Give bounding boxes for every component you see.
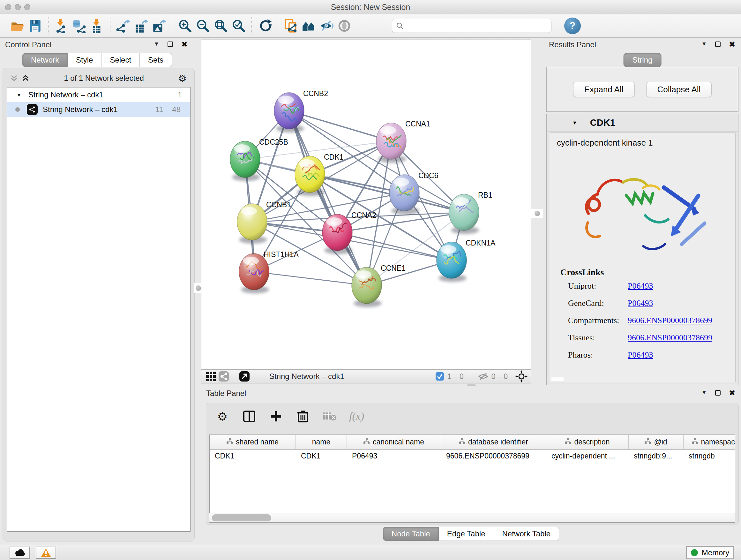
- warning-button[interactable]: [36, 547, 56, 559]
- column-header-database-identifier[interactable]: database identifier: [441, 435, 546, 449]
- delete-column-icon[interactable]: [295, 409, 310, 424]
- cloud-icon: [14, 549, 25, 557]
- control-panel-close-icon[interactable]: ✖: [181, 42, 188, 47]
- right-splitter-handle[interactable]: [531, 208, 543, 219]
- table-panel-menu-icon[interactable]: ▼: [701, 389, 707, 396]
- selected-checkbox-icon[interactable]: [435, 372, 444, 381]
- network-node-ccne1[interactable]: CCNE1: [352, 264, 406, 304]
- network-edge[interactable]: [254, 272, 367, 286]
- column-header-canonical-name[interactable]: canonical name: [347, 435, 441, 449]
- zoom-fit-button[interactable]: [212, 17, 230, 35]
- column-header-description[interactable]: description: [546, 435, 629, 449]
- first-neighbors-button[interactable]: [300, 17, 318, 35]
- zoom-selected-button[interactable]: [230, 17, 248, 35]
- search-input[interactable]: [406, 22, 547, 30]
- export-network-button[interactable]: [114, 17, 132, 35]
- export-image-button[interactable]: [150, 17, 168, 35]
- column-header-namespace[interactable]: namespace: [684, 435, 735, 449]
- network-node-cdkn1a[interactable]: CDKN1A: [436, 239, 495, 278]
- show-all-button[interactable]: [336, 17, 354, 35]
- table-row[interactable]: CDK1CDK1P064939606.ENSP00000378699cyclin…: [210, 449, 735, 462]
- table-horizontal-scrollbar[interactable]: [209, 513, 735, 522]
- table-cell[interactable]: stringdb: [684, 449, 735, 462]
- tab-network-table[interactable]: Network Table: [494, 527, 559, 541]
- node-entry-header[interactable]: ▼ CDK1: [547, 114, 738, 132]
- network-edges[interactable]: [245, 111, 464, 286]
- delete-table-icon-disabled: [322, 409, 337, 424]
- node-position-crosshair-icon[interactable]: [515, 370, 528, 382]
- zoom-out-button[interactable]: [194, 17, 212, 35]
- crosslink-link[interactable]: P06493: [628, 299, 653, 308]
- network-edge[interactable]: [289, 111, 367, 286]
- network-options-gear-icon[interactable]: ⚙: [178, 73, 187, 84]
- control-panel-tabs: NetworkStyleSelectSets: [22, 53, 172, 67]
- table-cell[interactable]: 9606.ENSP00000378699: [441, 449, 546, 462]
- save-session-button[interactable]: [26, 17, 44, 35]
- import-network-database-button[interactable]: [70, 17, 88, 35]
- open-in-new-window-icon[interactable]: [238, 371, 251, 382]
- table-panel-close-icon[interactable]: ✖: [729, 390, 735, 395]
- memory-button[interactable]: Memory: [686, 546, 734, 559]
- tab-edge-table[interactable]: Edge Table: [439, 527, 494, 541]
- control-panel-float-icon[interactable]: [167, 42, 173, 47]
- network-share-gray-icon[interactable]: [217, 371, 230, 382]
- tab-select[interactable]: Select: [102, 53, 140, 67]
- crosslink-link[interactable]: 9606.ENSP00000378699: [628, 316, 712, 325]
- tab-string[interactable]: String: [623, 53, 662, 67]
- entry-expander-icon[interactable]: ▼: [572, 120, 577, 126]
- import-network-file-button[interactable]: [52, 17, 70, 35]
- network-node-rb1[interactable]: RB1: [449, 191, 492, 231]
- collapse-all-button[interactable]: Collapse All: [646, 82, 712, 97]
- results-panel-float-icon[interactable]: [715, 42, 721, 47]
- network-collection-row[interactable]: ▼ String Network – cdk1 1: [7, 87, 190, 102]
- network-node-ccna2[interactable]: CCNA2: [322, 211, 376, 251]
- table-cell[interactable]: cyclin-dependent ...: [546, 449, 629, 462]
- table-cell[interactable]: P06493: [347, 449, 441, 462]
- column-header--id[interactable]: @id: [629, 435, 684, 449]
- birdseye-grid-icon[interactable]: [205, 371, 217, 382]
- table-cell[interactable]: CDK1: [210, 449, 296, 462]
- search-box[interactable]: [392, 19, 551, 33]
- tab-style[interactable]: Style: [68, 53, 102, 67]
- crosslink-link[interactable]: P06493: [628, 350, 653, 360]
- hide-selected-button[interactable]: [318, 17, 336, 35]
- collapse-all-chevrons-icon[interactable]: [10, 74, 18, 82]
- import-table-button[interactable]: [88, 17, 106, 35]
- show-columns-icon[interactable]: [242, 409, 257, 424]
- results-panel-menu-icon[interactable]: ▼: [701, 41, 707, 47]
- control-panel-menu-icon[interactable]: ▼: [154, 41, 159, 47]
- network-node-hist1h1a[interactable]: HIST1H1A: [239, 250, 299, 290]
- network-node-cdc6[interactable]: CDC6: [389, 172, 439, 211]
- tab-sets[interactable]: Sets: [140, 53, 172, 67]
- cloud-button[interactable]: [10, 547, 30, 559]
- open-session-button[interactable]: [8, 17, 26, 35]
- network-graph[interactable]: CCNB2 CCNA1 CDC25B CDK1 CDC6 RB1 CCNB1 C…: [201, 40, 531, 370]
- table-cell[interactable]: stringdb:9...: [629, 449, 684, 462]
- column-header-shared-name[interactable]: shared name: [210, 435, 296, 449]
- network-row-selected[interactable]: String Network – cdk1 11 48: [7, 102, 190, 117]
- results-scrollbar-corner[interactable]: [551, 377, 563, 381]
- network-node-ccnb2[interactable]: CCNB2: [274, 89, 328, 129]
- network-edge[interactable]: [289, 111, 391, 141]
- new-network-from-selection-button[interactable]: [282, 17, 300, 35]
- expand-all-button[interactable]: Expand All: [573, 82, 635, 97]
- tab-node-table[interactable]: Node Table: [383, 527, 439, 541]
- column-header-name[interactable]: name: [296, 435, 347, 449]
- export-table-button[interactable]: [132, 17, 150, 35]
- expand-all-chevrons-icon[interactable]: [21, 74, 30, 82]
- tree-expander-icon[interactable]: ▼: [17, 92, 21, 98]
- table-scrollbar-thumb[interactable]: [212, 514, 271, 521]
- table-panel-float-icon[interactable]: [715, 390, 721, 395]
- zoom-in-button[interactable]: [176, 17, 194, 35]
- network-canvas[interactable]: CCNB2 CCNA1 CDC25B CDK1 CDC6 RB1 CCNB1 C…: [201, 40, 531, 369]
- table-options-gear-icon[interactable]: ⚙: [215, 409, 230, 424]
- crosslink-link[interactable]: P06493: [628, 281, 653, 291]
- apply-layout-button[interactable]: [256, 17, 274, 35]
- crosslink-link[interactable]: 9606.ENSP00000378699: [628, 333, 712, 343]
- table-cell[interactable]: CDK1: [296, 449, 347, 462]
- help-button[interactable]: ?: [564, 17, 581, 34]
- network-node-cdc25b[interactable]: CDC25B: [230, 138, 288, 178]
- tab-network[interactable]: Network: [22, 53, 68, 67]
- results-panel-close-icon[interactable]: ✖: [729, 42, 735, 47]
- create-column-icon[interactable]: [269, 409, 283, 424]
